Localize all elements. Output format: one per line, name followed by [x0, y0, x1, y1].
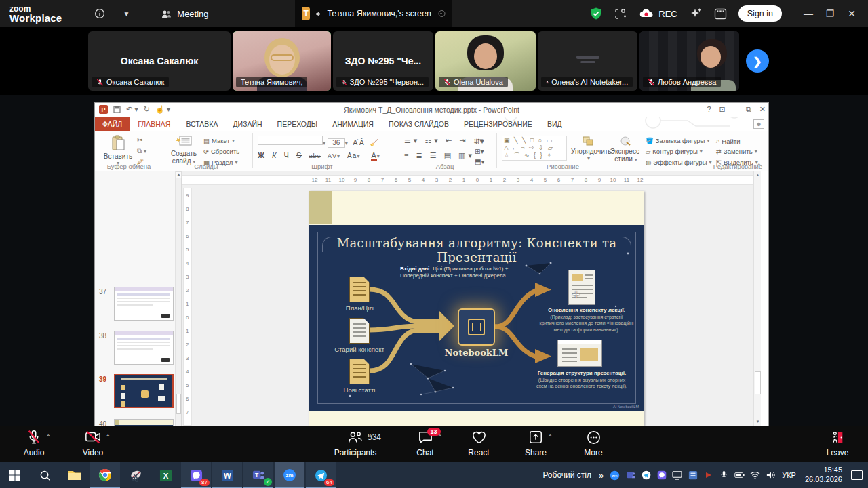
new-slide-button[interactable]: Создатьслайд ▾: [168, 135, 199, 165]
tray-viber-icon[interactable]: [656, 470, 667, 481]
collapse-ribbon-icon[interactable]: ⌃: [756, 163, 762, 169]
next-participants-button[interactable]: ❯: [746, 49, 769, 73]
clock[interactable]: 15:45 26.03.2026: [805, 466, 842, 485]
maximize-button[interactable]: ❐: [821, 8, 840, 19]
video-button[interactable]: ⌃Video: [67, 430, 119, 458]
taskbar-zoom-icon[interactable]: zm: [275, 462, 304, 488]
security-shield-icon[interactable]: [589, 7, 603, 20]
clear-format-icon[interactable]: 🧹: [370, 139, 378, 146]
shapes-gallery[interactable]: ▣ ╲ ╲ □ ○ ▭ △ ⌐ ¬ ⇨ ⇩ ▱ ☆ ⌒ ∿ { } ✧: [502, 136, 567, 161]
copy-icon[interactable]: ⧉ ▾: [137, 147, 146, 155]
vertical-scrollbar[interactable]: ▲ ▼: [753, 171, 761, 426]
taskbar-explorer-icon[interactable]: [60, 462, 90, 488]
font-name-select[interactable]: ▾ 36▾ А̂ А̌ 🧹: [258, 136, 378, 148]
grow-font-icon[interactable]: А̂: [353, 139, 358, 146]
tab-shared-screen[interactable]: T Тетяна Якимович,'s screen: [295, 0, 452, 27]
ppt-tab-файл[interactable]: ФАЙЛ: [95, 117, 130, 131]
tray-teams-icon[interactable]: [625, 470, 635, 481]
audio-button[interactable]: ⌃Audio: [8, 430, 60, 458]
video-tile[interactable]: Любов Андреєва: [639, 31, 739, 91]
thumbnails-scrollbar[interactable]: ▲: [175, 171, 181, 426]
tray-monitor-icon[interactable]: [672, 470, 682, 481]
video-tile[interactable]: Тетяна Якимович,: [233, 31, 331, 91]
ppt-account-icon[interactable]: ☻: [753, 119, 764, 129]
share-button[interactable]: ⌃Share: [510, 430, 561, 458]
tray-app-icon[interactable]: [688, 470, 698, 481]
participants-button[interactable]: 534⌃Participants: [330, 430, 381, 458]
chevron-up-icon[interactable]: ⌃: [45, 434, 51, 441]
chat-button[interactable]: 13⌃Chat: [399, 430, 451, 458]
change-case-button[interactable]: Аа: [347, 152, 357, 159]
tray-zoom-icon[interactable]: zm: [610, 470, 620, 481]
ppt-tab-рецензирование[interactable]: РЕЦЕНЗИРОВАНИЕ: [456, 117, 540, 131]
video-tile[interactable]: Олена's AI Notetaker...: [538, 31, 637, 91]
scroll-down-icon[interactable]: ▼: [754, 418, 762, 426]
ppt-tab-анимация[interactable]: АНИМАЦИЯ: [325, 117, 381, 131]
taskbar-excel-icon[interactable]: X: [151, 462, 180, 488]
language-indicator[interactable]: УКР: [782, 471, 796, 479]
video-tile[interactable]: ЗДО №295 "Че...ЗДО №295 "Червон...: [333, 31, 433, 91]
layout-button[interactable]: ▤Макет▾: [203, 137, 235, 144]
char-spacing-button[interactable]: АV: [328, 152, 337, 159]
ppt-restore-button[interactable]: ⧉: [746, 105, 751, 114]
paragraph-row1[interactable]: ☰▾ ☷▾ ⇤ ⇥ ↕▾: [404, 136, 486, 145]
slide-canvas[interactable]: Масштабування алгоритму: Конспекти та Пр…: [309, 191, 644, 426]
chevron-up-icon[interactable]: ⌃: [547, 434, 553, 441]
abc-strike-button[interactable]: abc: [309, 152, 321, 159]
apps-icon[interactable]: [714, 8, 727, 20]
tab-meeting[interactable]: Meeting: [161, 9, 208, 19]
scroll-up-icon[interactable]: ▲: [754, 171, 762, 179]
desktop-toolbar-label[interactable]: Робочий стіл: [542, 470, 591, 480]
taskbar-chrome-icon[interactable]: [90, 462, 120, 488]
taskbar-start-icon[interactable]: [0, 462, 30, 488]
paragraph-row2[interactable]: ≡ ≣ ☰ ▤ ▥▾: [404, 151, 475, 160]
minimize-button[interactable]: —: [799, 8, 818, 19]
tray-telegram-icon[interactable]: [641, 470, 651, 481]
ppt-minimize-button[interactable]: –: [734, 105, 738, 114]
ppt-close-button[interactable]: ✕: [760, 105, 766, 114]
tray-wifi-icon[interactable]: [750, 470, 760, 481]
italic-button[interactable]: К: [272, 151, 277, 159]
taskbar-word-icon[interactable]: W: [212, 462, 242, 488]
close-button[interactable]: ✕: [842, 8, 861, 19]
quick-styles-button[interactable]: Экспресс-стили ▾: [609, 136, 643, 163]
shape-outline-button[interactable]: ▱Контур фигуры▾: [646, 148, 703, 155]
ppt-tab-дизайн[interactable]: ДИЗАЙН: [225, 117, 269, 131]
react-button[interactable]: React: [453, 430, 505, 458]
recording-indicator[interactable]: REC: [639, 8, 677, 19]
video-tile[interactable]: Оксана СакалюкОксана Сакалюк: [88, 31, 231, 91]
more-button[interactable]: More: [568, 430, 619, 458]
paste-button[interactable]: Вставить▾: [102, 135, 134, 166]
scroll-up-icon[interactable]: ▲: [176, 171, 182, 178]
ppt-tab-главная[interactable]: ГЛАВНАЯ: [130, 117, 178, 131]
taskbar-viber-icon[interactable]: 87: [181, 462, 211, 488]
ppt-ribbon-options-icon[interactable]: ⊡: [719, 105, 726, 114]
replace-button[interactable]: ⇄Заменить▾: [716, 148, 757, 155]
bold-button[interactable]: Ж: [258, 151, 265, 159]
cut-icon[interactable]: ✂: [137, 136, 142, 144]
tray-overflow-chevron[interactable]: »: [599, 470, 604, 481]
reset-button[interactable]: ⟳Сбросить: [203, 148, 239, 155]
chevron-down-icon[interactable]: ▼: [123, 10, 130, 18]
slide-thumbnail-37[interactable]: [114, 287, 174, 321]
video-tile[interactable]: Olena Udalova: [435, 31, 536, 91]
ppt-tab-вид[interactable]: ВИД: [540, 117, 570, 131]
taskbar-telegram-icon[interactable]: 64: [306, 462, 336, 488]
ppt-tab-показ слайдов[interactable]: ПОКАЗ СЛАЙДОВ: [381, 117, 456, 131]
shape-fill-button[interactable]: 🪣Заливка фигуры▾: [646, 137, 709, 144]
chevron-up-icon[interactable]: ⌃: [105, 434, 111, 441]
ppt-help-icon[interactable]: ?: [707, 105, 711, 114]
ai-companion-icon[interactable]: [689, 7, 703, 20]
layout-view-icon[interactable]: [614, 8, 627, 20]
info-icon[interactable]: [94, 8, 105, 19]
font-color-button[interactable]: А: [371, 151, 376, 161]
ppt-tab-переходы[interactable]: ПЕРЕХОДЫ: [270, 117, 326, 131]
chevron-up-icon[interactable]: ⌃: [368, 434, 373, 441]
font-size-select[interactable]: 36: [328, 138, 345, 148]
slide-thumbnail-39[interactable]: [114, 374, 174, 408]
shrink-font-icon[interactable]: А̌: [359, 139, 364, 146]
tray-arrow-icon[interactable]: [703, 470, 713, 481]
more-options-icon[interactable]: [438, 7, 446, 20]
leave-button[interactable]: Leave: [812, 430, 863, 458]
tray-battery-icon[interactable]: [734, 470, 745, 481]
